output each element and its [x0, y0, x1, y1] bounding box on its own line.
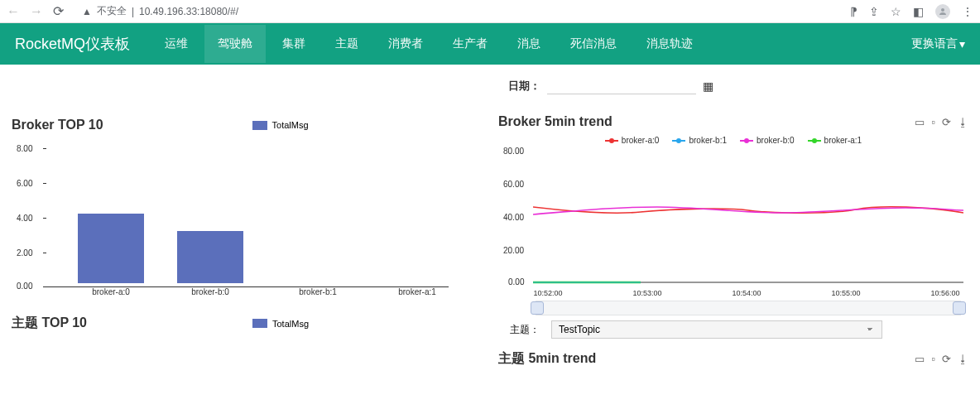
topic-top10-title: 主题 TOP 10 [12, 315, 87, 332]
zoom-icon[interactable]: ▭ [915, 353, 925, 365]
trend-svg [533, 147, 963, 284]
dashboard-content: Broker TOP 10 TotalMsg 8.00 6.00 4.00 2.… [0, 65, 980, 368]
address-bar[interactable]: ▲ 不安全 | 10.49.196.33:18080/#/ [74, 4, 840, 18]
zoom-icon[interactable]: ▭ [915, 116, 925, 128]
calendar-icon[interactable]: ▦ [703, 79, 713, 93]
ytick: 40.00 [503, 213, 524, 222]
nav-item-cluster[interactable]: 集群 [269, 25, 319, 63]
broker-trend-title: Broker 5min trend [498, 114, 612, 129]
ytick: 2.00 [17, 248, 32, 258]
bookmark-icon[interactable]: ☆ [891, 5, 901, 18]
xtick: 10:53:00 [632, 289, 661, 297]
chevron-down-icon: ▾ [959, 37, 965, 51]
topic-select-row: 主题： TestTopic [498, 320, 968, 339]
xtick: 10:54:00 [732, 289, 761, 297]
legend-item[interactable]: broker-a:0 [605, 136, 660, 145]
broker-top10-chart: 8.00 6.00 4.00 2.00 0.00 broker-a:0 brok… [12, 139, 482, 296]
date-input[interactable] [547, 78, 696, 94]
forward-button[interactable]: → [30, 4, 43, 19]
app-navbar: RocketMQ仪表板 运维 驾驶舱 集群 主题 消费者 生产者 消息 死信消息… [0, 23, 980, 65]
legend-item[interactable]: broker-a:1 [808, 136, 862, 145]
topic-top10-header: 主题 TOP 10 TotalMsg [12, 315, 482, 332]
series-marker-icon [808, 140, 821, 142]
legend-swatch-icon [252, 121, 267, 130]
legend-label: TotalMsg [272, 319, 309, 329]
right-panel: 日期： ▦ Broker 5min trend ▭ ▫ ⟳ ⭳ broker-a… [498, 78, 968, 368]
date-label: 日期： [508, 79, 540, 94]
refresh-icon[interactable]: ⟳ [942, 353, 951, 365]
legend-label: TotalMsg [272, 120, 309, 130]
broker-trend-header: Broker 5min trend ▭ ▫ ⟳ ⭳ [498, 114, 968, 129]
svg-point-0 [941, 8, 944, 12]
security-label: 不安全 [97, 4, 127, 18]
topic-select[interactable]: TestTopic [551, 320, 882, 339]
nav-item-dashboard[interactable]: 驾驶舱 [204, 25, 266, 63]
back-button[interactable]: ← [7, 4, 20, 19]
browser-toolbar: ← → ⟳ ▲ 不安全 | 10.49.196.33:18080/#/ ⁋ ⇪ … [0, 0, 980, 23]
chart-toolbox: ▭ ▫ ⟳ ⭳ [915, 116, 968, 128]
refresh-icon[interactable]: ⟳ [942, 116, 951, 128]
nav-item-topic[interactable]: 主题 [322, 25, 372, 63]
translate-icon[interactable]: ⁋ [850, 5, 858, 18]
share-icon[interactable]: ⇪ [869, 5, 879, 18]
bar-broker-a0[interactable] [78, 214, 144, 283]
xcat: broker-b:0 [191, 287, 229, 296]
nav-item-ops[interactable]: 运维 [151, 25, 201, 63]
ytick: 60.00 [503, 180, 524, 189]
nav-items: 运维 驾驶舱 集群 主题 消费者 生产者 消息 死信消息 消息轨迹 [151, 25, 911, 63]
datazoom-slider[interactable] [535, 301, 962, 315]
series-marker-icon [740, 140, 753, 142]
language-switch[interactable]: 更换语言 ▾ [911, 36, 965, 51]
series-marker-icon [672, 140, 685, 142]
xcat: broker-b:1 [299, 287, 337, 296]
ytick: 6.00 [17, 179, 32, 188]
nav-item-producer[interactable]: 生产者 [440, 25, 501, 63]
separator: | [132, 6, 134, 17]
legend-swatch-icon [252, 319, 267, 328]
ytick: 20.00 [503, 246, 524, 255]
ytick: 0.00 [17, 282, 32, 291]
ytick: 80.00 [503, 147, 524, 156]
legend-item[interactable]: broker-b:1 [672, 136, 727, 145]
ytick: 8.00 [17, 144, 32, 153]
bar-broker-b0[interactable] [177, 231, 243, 283]
slider-handle-right[interactable] [953, 301, 966, 315]
url-text: 10.49.196.33:18080/#/ [139, 6, 238, 17]
topic-top10-legend[interactable]: TotalMsg [252, 319, 309, 329]
nav-item-dlq[interactable]: 死信消息 [557, 25, 630, 63]
ytick: 0.00 [508, 277, 524, 286]
brand-title: RocketMQ仪表板 [15, 34, 130, 54]
xcat: broker-a:1 [398, 287, 436, 296]
topic-label: 主题： [510, 323, 540, 337]
broker-top10-title: Broker TOP 10 [12, 118, 103, 132]
topic-trend-title: 主题 5min trend [498, 350, 596, 368]
nav-item-message[interactable]: 消息 [504, 25, 554, 63]
broker-trend-chart: 80.00 60.00 40.00 20.00 0.00 10:52:00 10… [498, 147, 968, 297]
trend-legend: broker-a:0 broker-b:1 broker-b:0 broker-… [498, 136, 968, 145]
profile-avatar[interactable] [935, 4, 950, 19]
series-marker-icon [605, 140, 618, 142]
zoom-reset-icon[interactable]: ▫ [931, 353, 935, 365]
xtick: 10:56:00 [930, 289, 959, 297]
broker-top10-legend[interactable]: TotalMsg [252, 120, 309, 130]
browser-right-icons: ⁋ ⇪ ☆ ◧ ⋮ [850, 4, 973, 19]
xcat: broker-a:0 [92, 287, 130, 296]
menu-icon[interactable]: ⋮ [962, 5, 973, 18]
download-icon[interactable]: ⭳ [958, 116, 968, 128]
xtick: 10:55:00 [831, 289, 860, 297]
ytick: 4.00 [17, 214, 32, 223]
zoom-reset-icon[interactable]: ▫ [931, 116, 935, 128]
left-panel: Broker TOP 10 TotalMsg 8.00 6.00 4.00 2.… [12, 78, 482, 368]
chart-toolbox: ▭ ▫ ⟳ ⭳ [915, 353, 968, 365]
broker-top10-header: Broker TOP 10 TotalMsg [12, 118, 482, 132]
legend-item[interactable]: broker-b:0 [740, 136, 795, 145]
reload-button[interactable]: ⟳ [53, 3, 64, 19]
security-warn-icon: ▲ [82, 6, 92, 17]
slider-handle-left[interactable] [531, 301, 544, 315]
date-picker-row: 日期： ▦ [498, 78, 968, 94]
sidepanel-icon[interactable]: ◧ [913, 5, 924, 18]
language-label: 更换语言 [911, 36, 958, 51]
download-icon[interactable]: ⭳ [958, 353, 968, 365]
nav-item-consumer[interactable]: 消费者 [375, 25, 436, 63]
nav-item-trace[interactable]: 消息轨迹 [633, 25, 706, 63]
